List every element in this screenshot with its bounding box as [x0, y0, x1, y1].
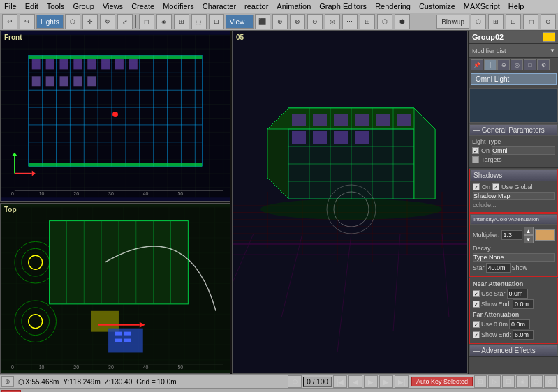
shadows-on-checkbox[interactable] — [473, 183, 480, 190]
tb12[interactable]: ⊞ — [360, 14, 375, 29]
rotate-btn[interactable]: ↻ — [100, 14, 115, 29]
viewport-perspective[interactable]: 05 — [232, 31, 468, 374]
light-type-select[interactable]: Omni Spot Directional — [492, 146, 555, 155]
multiplier-down-btn[interactable]: ▼ — [524, 235, 534, 243]
select-btn[interactable]: ⬡ — [65, 14, 80, 29]
tb-r5[interactable]: ⊙ — [541, 14, 556, 29]
tb14[interactable]: ⬢ — [395, 14, 410, 29]
use-global-checkbox[interactable] — [492, 183, 499, 190]
menu-animation[interactable]: Animation — [272, 2, 315, 10]
rollout-intensity-header[interactable]: Intensity/Color/Attenuation — [470, 214, 557, 225]
menu-reactor[interactable]: reactor — [240, 2, 272, 10]
tb11[interactable]: ⋯ — [342, 14, 358, 29]
tb2[interactable]: ◈ — [156, 14, 172, 29]
snap-btn[interactable]: ⊕ — [1, 376, 14, 387]
shadow-map-select[interactable]: Shadow Map Ray Traced — [473, 192, 555, 200]
panel-icon-modify[interactable]: | — [484, 59, 497, 70]
panel-icon-hierarchy[interactable]: ⊕ — [497, 59, 510, 70]
last-frame-btn[interactable]: ▶| — [395, 375, 409, 388]
tb10[interactable]: ◎ — [325, 14, 340, 29]
panel-icon-utilities[interactable]: ⚙ — [537, 59, 550, 70]
render-icon-5[interactable]: ⬡ — [530, 375, 543, 388]
menu-maxscript[interactable]: MAXScript — [460, 2, 504, 10]
panel-icon-pin[interactable]: 📌 — [471, 59, 483, 70]
targets-checkbox[interactable] — [472, 156, 479, 163]
panel-icon-motion[interactable]: ◎ — [511, 59, 523, 70]
menu-modifiers[interactable]: Modifiers — [159, 2, 198, 10]
redo-btn[interactable]: ↪ — [20, 14, 35, 29]
light-on-checkbox[interactable] — [472, 147, 479, 154]
rollout-general-header[interactable]: — General Parameters — [469, 124, 558, 136]
menu-group[interactable]: Group — [68, 2, 98, 10]
near-use-checkbox[interactable] — [473, 290, 480, 297]
menu-graph-editors[interactable]: Graph Editors — [315, 2, 371, 10]
modifier-list-row[interactable]: Modifier List ▼ — [469, 44, 558, 58]
render-icon-2[interactable]: ▷ — [488, 375, 501, 388]
render-icon-1[interactable]: ⊞ — [474, 375, 487, 388]
svg-rect-26 — [115, 59, 124, 70]
first-frame-btn[interactable]: |◀ — [333, 375, 347, 388]
tb6[interactable]: ⬛ — [255, 14, 270, 29]
auto-key-btn[interactable]: Auto Key Selected — [411, 377, 473, 386]
far-use-checkbox[interactable] — [473, 321, 480, 328]
near-show-checkbox[interactable] — [473, 301, 480, 308]
menu-views[interactable]: Views — [98, 2, 127, 10]
near-star-input[interactable] — [507, 289, 528, 299]
tb-r3[interactable]: ⊡ — [506, 14, 521, 29]
multiplier-input[interactable] — [501, 230, 522, 240]
tb13[interactable]: ⬡ — [377, 14, 392, 29]
svg-rect-27 — [129, 59, 138, 70]
tb5[interactable]: ⊡ — [209, 14, 224, 29]
render-icon-6[interactable]: ⊕ — [544, 375, 557, 388]
lights-dropdown[interactable]: Lights — [36, 15, 64, 29]
render-icon-3[interactable]: ⊡ — [502, 375, 515, 388]
svg-rect-74 — [313, 114, 327, 126]
multiplier-up-btn[interactable]: ▲ — [524, 227, 534, 235]
menu-rendering[interactable]: Rendering — [371, 2, 415, 10]
color-swatch-btn[interactable] — [535, 229, 555, 241]
modifier-omni-light[interactable]: Omni Light — [471, 73, 557, 85]
far-show-label: Show — [481, 331, 497, 338]
start-input[interactable] — [486, 263, 511, 273]
panel-icon-display[interactable]: □ — [524, 59, 536, 70]
tb-r1[interactable]: ⬡ — [471, 14, 486, 29]
menu-help[interactable]: Help — [504, 2, 529, 10]
next-frame-btn[interactable]: ▶ — [379, 375, 393, 388]
menu-customize[interactable]: Customize — [415, 2, 460, 10]
tb8[interactable]: ⊗ — [290, 14, 305, 29]
scale-btn[interactable]: ⤢ — [117, 14, 133, 29]
far-show-checkbox[interactable] — [473, 331, 480, 338]
render-icon-4[interactable]: ◈ — [516, 375, 529, 388]
undo-btn[interactable]: ↩ — [2, 14, 17, 29]
move-btn[interactable]: ✛ — [82, 14, 98, 29]
menu-character[interactable]: Character — [198, 2, 240, 10]
play-btn[interactable]: ▶ — [364, 375, 378, 388]
near-end-input[interactable] — [513, 299, 534, 309]
view-dropdown[interactable]: View — [226, 15, 254, 29]
far-star-input[interactable] — [509, 319, 530, 329]
tb-r4[interactable]: ◻ — [523, 14, 538, 29]
tb3[interactable]: ⊞ — [174, 14, 189, 29]
menu-create[interactable]: Create — [127, 2, 159, 10]
decay-type-select[interactable]: Type None Inverse Inverse Square — [473, 253, 555, 262]
menu-file[interactable]: File — [0, 2, 21, 10]
far-atten-label: Far Attenuation — [473, 311, 555, 318]
viewport-front[interactable]: Front — [0, 31, 230, 202]
rollout-advanced-header[interactable]: — Advanced Effects — [469, 345, 558, 356]
menu-edit[interactable]: Edit — [21, 2, 43, 10]
tb4[interactable]: ⬚ — [191, 14, 207, 29]
rollout-general-params: — General Parameters Light Type On Omni … — [469, 124, 558, 168]
tb1[interactable]: ◻ — [139, 14, 154, 29]
blowup-btn[interactable]: Blowup — [436, 15, 469, 29]
key-mode-btn[interactable]: ⬡ — [288, 375, 302, 388]
prev-frame-btn[interactable]: ◀ — [348, 375, 362, 388]
group-color-swatch[interactable] — [543, 32, 555, 42]
tb9[interactable]: ⊙ — [307, 14, 323, 29]
tb-r2[interactable]: ⊞ — [488, 14, 504, 29]
tb7[interactable]: ⊕ — [272, 14, 288, 29]
viewport-top[interactable]: Top — [0, 203, 230, 374]
svg-rect-77 — [376, 114, 390, 126]
menu-tools[interactable]: Tools — [43, 2, 69, 10]
rollout-shadows-header[interactable]: Shadows — [470, 169, 557, 181]
far-end-input[interactable] — [513, 330, 534, 340]
